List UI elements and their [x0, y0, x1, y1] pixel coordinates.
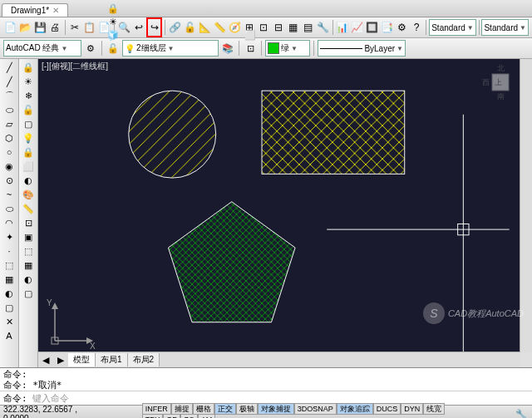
status-INFER[interactable]: INFER [142, 403, 171, 415]
workspace-dropdown[interactable]: AutoCAD 经典▼ [3, 40, 81, 57]
toolbar-btn-10[interactable]: 🔗 [168, 18, 182, 37]
toolbar-btn-5[interactable]: 📋 [82, 18, 96, 37]
toolbar-btn-22[interactable]: 📈 [350, 18, 364, 37]
modify-btn-10[interactable]: 📏 [21, 202, 36, 215]
status-对象捕捉[interactable]: 对象捕捉 [258, 403, 294, 415]
modify-btn-9[interactable]: 🎨 [21, 188, 36, 201]
toolbar-btn-0[interactable]: 📄 [3, 18, 17, 37]
toolbar-btn-3[interactable]: 🖨 [48, 18, 62, 37]
modify-btn-2[interactable]: ❄ [21, 89, 36, 102]
draw-btn-17[interactable]: ▢ [2, 301, 17, 314]
scroll-left-icon[interactable]: ◀ [38, 353, 53, 366]
draw-btn-7[interactable]: ◉ [2, 160, 17, 173]
modify-btn-11[interactable]: ⊡ [21, 216, 36, 229]
layer-btn-1[interactable]: ☀ [106, 15, 121, 28]
draw-btn-4[interactable]: ▱ [2, 117, 17, 130]
status-对象追踪[interactable]: 对象追踪 [337, 403, 373, 415]
modify-btn-5[interactable]: 💡 [21, 131, 36, 145]
modify-btn-3[interactable]: 🔓 [21, 103, 36, 116]
prop-btn-1[interactable]: ⊡ [243, 42, 258, 55]
layer-tool-icon[interactable]: 📚 [220, 42, 235, 55]
toolbar-btn-23[interactable]: 🔲 [365, 18, 379, 37]
modify-btn-4[interactable]: ▢ [21, 117, 36, 130]
toolbar-btn-8[interactable]: ↩ [132, 18, 146, 37]
modify-btn-8[interactable]: ◐ [21, 174, 36, 187]
layout-tab-2[interactable]: 布局2 [128, 353, 160, 366]
toolbar-btn-1[interactable]: 📂 [18, 18, 32, 37]
status-SC[interactable]: SC [180, 414, 198, 418]
draw-btn-0[interactable]: ╱ [2, 61, 17, 74]
modify-btn-16[interactable]: ▢ [21, 287, 36, 300]
toolbar-btn-26[interactable]: ? [410, 18, 424, 37]
status-栅格[interactable]: 栅格 [193, 403, 214, 415]
toolbar-btn-12[interactable]: 📐 [198, 18, 212, 37]
status-极轴[interactable]: 极轴 [236, 403, 258, 415]
draw-btn-18[interactable]: ✕ [2, 315, 17, 328]
toolbar-btn-18[interactable]: ▦ [286, 18, 300, 37]
draw-btn-12[interactable]: ✦ [2, 230, 17, 243]
draw-btn-15[interactable]: ▦ [2, 273, 17, 286]
layer-btn-3[interactable]: 🔓 [106, 42, 121, 55]
modify-btn-7[interactable]: ⬜ [21, 160, 36, 173]
toolbar-btn-14[interactable]: 🧭 [228, 18, 242, 37]
layer-btn-2[interactable]: 🧊 [106, 28, 121, 42]
layout-tab-0[interactable]: 模型 [68, 353, 96, 366]
draw-btn-13[interactable]: · [2, 244, 17, 258]
toolbar-btn-21[interactable]: 📊 [335, 18, 349, 37]
color-dropdown[interactable]: 绿▼ [265, 40, 310, 57]
viewport-label[interactable]: [-][俯视][二维线框] [42, 61, 108, 72]
toolbar-btn-19[interactable]: ▤ [301, 18, 315, 37]
status-正交[interactable]: 正交 [214, 403, 236, 415]
scroll-right-icon[interactable]: ▶ [53, 353, 68, 366]
draw-btn-11[interactable]: ◠ [2, 216, 17, 229]
toolbar-btn-20[interactable]: 🔧 [316, 18, 330, 37]
workspace-gear-icon[interactable]: ⚙ [83, 42, 98, 55]
modify-btn-14[interactable]: ▦ [21, 258, 36, 272]
draw-btn-6[interactable]: ○ [2, 145, 17, 159]
modify-btn-1[interactable]: ☀ [21, 75, 36, 88]
status-AM[interactable]: AM [198, 414, 216, 418]
layer-btn-0[interactable]: 🔒 [106, 2, 121, 15]
close-icon[interactable]: ✕ [52, 6, 59, 15]
viewcube[interactable]: 上 北 南 西 WCS [480, 62, 519, 101]
draw-btn-14[interactable]: ⬚ [2, 258, 17, 272]
status-DYN[interactable]: DYN [401, 403, 423, 415]
toolbar-btn-17[interactable]: ⊟ [272, 18, 286, 37]
draw-btn-10[interactable]: ⬭ [2, 202, 17, 215]
status-tool-icon[interactable]: 🔧 [514, 407, 529, 418]
draw-btn-19[interactable]: A [2, 329, 17, 342]
status-线宽[interactable]: 线宽 [423, 403, 445, 415]
draw-btn-8[interactable]: ⊙ [2, 174, 17, 187]
draw-btn-5[interactable]: ⬡ [2, 131, 17, 145]
toolbar-btn-2[interactable]: 💾 [33, 18, 47, 37]
toolbar-btn-16[interactable]: ⊡ [257, 18, 271, 37]
status-TPY[interactable]: TPY [142, 414, 164, 418]
status-捕捉[interactable]: 捕捉 [171, 403, 193, 415]
layer-dropdown[interactable]: 💡 2细线层▼ [122, 40, 219, 57]
linetype-dropdown[interactable]: ByLayer▼ [318, 40, 406, 57]
style1-dropdown[interactable]: Standard▼ [429, 19, 476, 36]
modify-btn-13[interactable]: ⬚ [21, 244, 36, 258]
modify-btn-15[interactable]: ◐ [21, 273, 36, 286]
draw-btn-2[interactable]: ⌒ [2, 89, 17, 102]
status-QP[interactable]: QP [163, 414, 180, 418]
layout-tab-1[interactable]: 布局1 [96, 353, 128, 366]
draw-btn-1[interactable]: ╱ [2, 75, 17, 88]
modify-btn-0[interactable]: 🔒 [21, 61, 36, 74]
toolbar-btn-24[interactable]: 📑 [380, 18, 394, 37]
toolbar-btn-4[interactable]: ✂ [67, 18, 81, 37]
status-3DOSNAP[interactable]: 3DOSNAP [294, 403, 337, 415]
style2-dropdown[interactable]: Standard▼ [481, 19, 529, 36]
prop-btn-0[interactable]: ⬜ [243, 28, 258, 42]
toolbar-btn-11[interactable]: 🔓 [183, 18, 197, 37]
draw-btn-3[interactable]: ⬭ [2, 103, 17, 116]
draw-btn-9[interactable]: ~ [2, 188, 17, 201]
toolbar-btn-25[interactable]: ⚙ [395, 18, 409, 37]
toolbar-btn-13[interactable]: 📏 [213, 18, 227, 37]
modify-btn-6[interactable]: 🔒 [21, 145, 36, 159]
modify-btn-12[interactable]: ▣ [21, 230, 36, 243]
toolbar-btn-9[interactable]: ↪ [146, 17, 162, 37]
tab-drawing1[interactable]: Drawing1* ✕ [2, 3, 68, 17]
draw-btn-16[interactable]: ◐ [2, 287, 17, 300]
status-DUCS[interactable]: DUCS [373, 403, 401, 415]
